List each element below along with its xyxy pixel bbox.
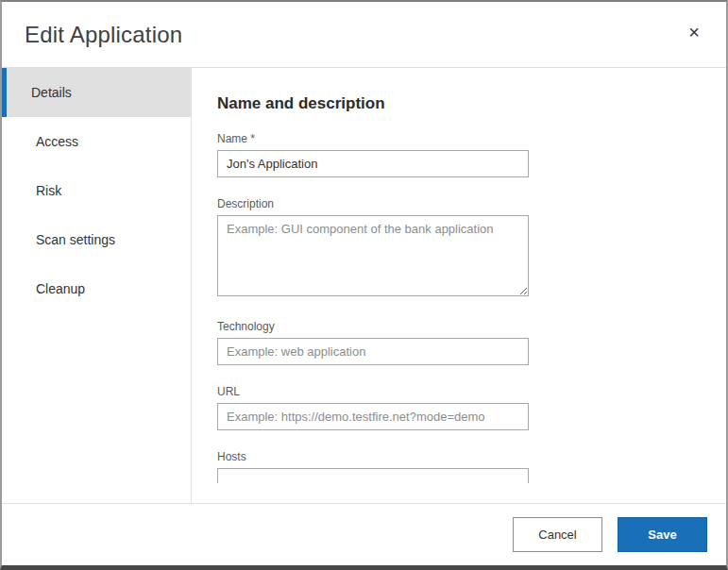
url-label: URL [217,385,726,398]
sidebar-item-scan-settings[interactable]: Scan settings [2,215,191,264]
sidebar-item-label: Details [31,85,72,100]
sidebar-item-details[interactable]: Details [2,68,191,117]
dialog-footer: Cancel Save [2,503,726,565]
hosts-label: Hosts [217,450,726,463]
sidebar: Details Access Risk Scan settings Cleanu… [2,68,192,503]
sidebar-item-label: Access [36,134,78,149]
description-label: Description [217,197,726,210]
url-input[interactable] [217,403,529,430]
dialog-body: Details Access Risk Scan settings Cleanu… [2,68,726,503]
sidebar-item-risk[interactable]: Risk [2,166,191,215]
section-heading: Name and description [217,94,726,113]
hosts-input[interactable] [217,468,529,483]
name-input[interactable] [217,150,529,177]
cancel-button[interactable]: Cancel [513,517,602,552]
description-field-group: Description [217,197,726,300]
close-icon[interactable]: × [683,19,705,45]
details-panel: Name and description Name * Description … [192,68,726,483]
save-button[interactable]: Save [618,517,707,552]
name-label: Name * [217,132,726,145]
technology-field-group: Technology [217,320,726,365]
technology-label: Technology [217,320,726,333]
hosts-field-group: Hosts [217,450,726,483]
edit-application-dialog: Edit Application × Details Access Risk S… [0,0,728,570]
sidebar-item-access[interactable]: Access [2,117,191,166]
description-textarea[interactable] [217,215,529,296]
sidebar-item-label: Scan settings [36,232,115,247]
dialog-header: Edit Application × [2,2,726,68]
technology-input[interactable] [217,338,529,365]
dialog-title: Edit Application [25,22,182,48]
sidebar-item-label: Risk [36,183,61,198]
url-field-group: URL [217,385,726,430]
name-field-group: Name * [217,132,726,177]
sidebar-item-label: Cleanup [36,281,85,296]
sidebar-item-cleanup[interactable]: Cleanup [2,264,191,313]
